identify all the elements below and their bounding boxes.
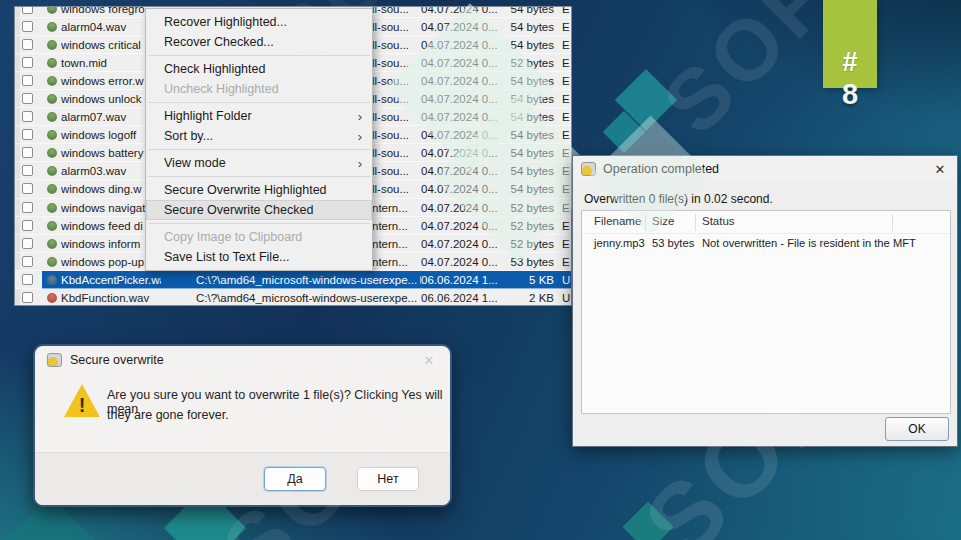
confirm-message-line2: they are gone forever.: [107, 408, 229, 422]
dialog-titlebar[interactable]: Operation completed ✕: [573, 156, 957, 182]
menu-item-highlight-folder[interactable]: Highlight Folder›: [146, 106, 372, 126]
yes-button[interactable]: Да: [264, 467, 326, 491]
file-size: 52 bytes: [483, 235, 554, 253]
file-size: 54 bytes: [483, 90, 554, 108]
file-state: E: [562, 162, 571, 180]
row-checkbox[interactable]: [22, 238, 33, 249]
file-state: U: [562, 271, 571, 289]
file-status-dot-icon: [47, 94, 57, 104]
dialog-title: Secure overwrite: [70, 353, 420, 367]
row-checkbox[interactable]: [22, 57, 33, 68]
app-icon: [47, 353, 62, 367]
row-checkbox[interactable]: [22, 292, 33, 303]
desktop-background: windows foregro ll-sou... 04.07.2024 0..…: [0, 0, 961, 540]
row-checkbox[interactable]: [22, 129, 33, 140]
file-state: E: [562, 90, 571, 108]
file-path: ll-sou...: [372, 36, 420, 54]
file-status-dot-icon: [47, 112, 57, 122]
watermark-chevron-icon: [603, 111, 645, 153]
row-checkbox[interactable]: [22, 220, 33, 231]
file-path: ll-sou...: [372, 126, 420, 144]
menu-separator: [148, 176, 370, 177]
row-checkbox[interactable]: [22, 202, 33, 213]
file-status-dot-icon: [47, 58, 57, 68]
close-icon[interactable]: ✕: [931, 162, 949, 177]
header-divider: [582, 233, 950, 234]
file-state: E: [562, 199, 571, 217]
file-status-dot-icon: [47, 22, 57, 32]
row-checkbox[interactable]: [22, 147, 33, 158]
file-path: ll-sou...: [372, 108, 420, 126]
file-path: ll-sou...: [372, 54, 420, 72]
menu-item-save-list-to-text-file[interactable]: Save List to Text File...: [146, 247, 372, 267]
file-status-dot-icon: [47, 257, 57, 267]
column-divider: [645, 214, 646, 231]
file-state: E: [562, 72, 571, 90]
menu-item-recover-highlighted[interactable]: Recover Highlighted...: [146, 12, 372, 32]
menu-item-label: Secure Overwrite Highlighted: [164, 183, 362, 197]
file-size: 54 bytes: [483, 36, 554, 54]
file-name: KbdAccentPicker.wav: [61, 271, 161, 289]
file-status-dot-icon: [47, 203, 57, 213]
file-size: 54 bytes: [483, 6, 554, 18]
file-status-dot-icon: [47, 239, 57, 249]
file-status-dot-icon: [47, 6, 57, 14]
file-path: ll-sou...: [372, 180, 420, 198]
file-row[interactable]: KbdAccentPicker.wav C:\?\amd64_microsoft…: [15, 271, 571, 289]
file-state: E: [562, 36, 571, 54]
row-checkbox[interactable]: [22, 21, 33, 32]
menu-item-check-highlighted[interactable]: Check Highlighted: [146, 59, 372, 79]
row-checkbox[interactable]: [22, 39, 33, 50]
menu-separator: [148, 55, 370, 56]
file-state: E: [562, 217, 571, 235]
row-checkbox[interactable]: [22, 93, 33, 104]
row-checkbox[interactable]: [22, 111, 33, 122]
menu-item-label: Secure Overwrite Checked: [164, 203, 362, 217]
file-status-dot-icon: [47, 275, 57, 285]
file-path: ll-sou...: [372, 6, 420, 18]
file-size: 54 bytes: [483, 144, 554, 162]
file-status-dot-icon: [47, 221, 57, 231]
row-checkbox[interactable]: [22, 75, 33, 86]
file-size: 5 KB: [483, 271, 554, 289]
file-state: E: [562, 253, 571, 271]
dialog-titlebar[interactable]: Secure overwrite ✕: [35, 346, 450, 374]
menu-item-label: View mode: [164, 156, 352, 170]
column-header-size[interactable]: Size: [652, 215, 674, 227]
file-path: ll-sou...: [372, 72, 420, 90]
file-path: ntern...: [372, 199, 420, 217]
file-size: 54 bytes: [483, 126, 554, 144]
row-checkbox[interactable]: [22, 165, 33, 176]
menu-item-secure-overwrite-highlighted[interactable]: Secure Overwrite Highlighted: [146, 180, 372, 200]
column-header-filename[interactable]: Filename: [594, 215, 641, 227]
file-size: 54 bytes: [483, 180, 554, 198]
menu-item-label: Highlight Folder: [164, 109, 352, 123]
row-checkbox[interactable]: [22, 256, 33, 267]
menu-item-label: Sort by...: [164, 129, 352, 143]
row-checkbox[interactable]: [22, 183, 33, 194]
menu-item-sort-by[interactable]: Sort by...›: [146, 126, 372, 146]
close-icon[interactable]: ✕: [420, 353, 438, 368]
file-path: ll-sou...: [372, 162, 420, 180]
menu-separator: [148, 149, 370, 150]
exclamation-glyph: !: [79, 395, 86, 415]
row-checkbox[interactable]: [22, 274, 33, 285]
file-status-dot-icon: [47, 40, 57, 50]
menu-item-recover-checked[interactable]: Recover Checked...: [146, 32, 372, 52]
menu-item-label: Copy Image to Clipboard: [164, 230, 362, 244]
file-size: 52 bytes: [483, 54, 554, 72]
column-header-status[interactable]: Status: [702, 215, 735, 227]
hash-glyph: #: [842, 49, 857, 76]
dialog-button-strip: Да Нет: [35, 452, 450, 505]
menu-item-label: Save List to Text File...: [164, 250, 362, 264]
menu-item-view-mode[interactable]: View mode›: [146, 153, 372, 173]
no-button[interactable]: Нет: [357, 467, 419, 491]
column-divider: [892, 214, 893, 231]
file-row[interactable]: KbdFunction.wav C:\?\amd64_microsoft-win…: [15, 289, 571, 306]
ok-button[interactable]: OK: [885, 417, 949, 441]
file-state: U: [562, 289, 571, 306]
file-path: ntern...: [372, 253, 420, 271]
row-checkbox[interactable]: [22, 6, 33, 14]
menu-item-secure-overwrite-checked[interactable]: Secure Overwrite Checked: [146, 200, 372, 220]
submenu-arrow-icon: ›: [358, 109, 362, 124]
